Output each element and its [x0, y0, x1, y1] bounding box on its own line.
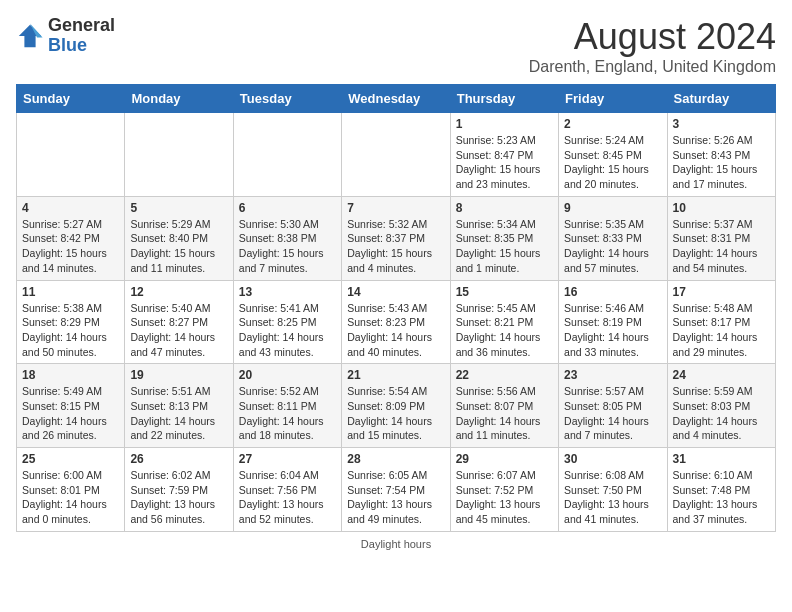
sunset-text: Sunset: 8:21 PM — [456, 316, 534, 328]
title-block: August 2024 Darenth, England, United Kin… — [529, 16, 776, 76]
daylight-label: Daylight hours — [361, 538, 431, 550]
calendar-table: SundayMondayTuesdayWednesdayThursdayFrid… — [16, 84, 776, 532]
day-info: Sunrise: 5:56 AM Sunset: 8:07 PM Dayligh… — [456, 384, 553, 443]
sunset-text: Sunset: 7:48 PM — [673, 484, 751, 496]
calendar-week-row: 4 Sunrise: 5:27 AM Sunset: 8:42 PM Dayli… — [17, 196, 776, 280]
sunset-text: Sunset: 8:31 PM — [673, 232, 751, 244]
calendar-cell: 23 Sunrise: 5:57 AM Sunset: 8:05 PM Dayl… — [559, 364, 667, 448]
daylight-text: Daylight: 14 hours and 36 minutes. — [456, 331, 541, 358]
sunrise-text: Sunrise: 6:10 AM — [673, 469, 753, 481]
location-subtitle: Darenth, England, United Kingdom — [529, 58, 776, 76]
sunrise-text: Sunrise: 5:27 AM — [22, 218, 102, 230]
sunrise-text: Sunrise: 5:51 AM — [130, 385, 210, 397]
day-info: Sunrise: 5:24 AM Sunset: 8:45 PM Dayligh… — [564, 133, 661, 192]
day-info: Sunrise: 5:49 AM Sunset: 8:15 PM Dayligh… — [22, 384, 119, 443]
daylight-text: Daylight: 14 hours and 47 minutes. — [130, 331, 215, 358]
calendar-week-row: 25 Sunrise: 6:00 AM Sunset: 8:01 PM Dayl… — [17, 448, 776, 532]
day-number: 5 — [130, 201, 227, 215]
day-number: 15 — [456, 285, 553, 299]
day-number: 24 — [673, 368, 770, 382]
month-year-title: August 2024 — [529, 16, 776, 58]
day-of-week-header: Monday — [125, 85, 233, 113]
sunset-text: Sunset: 8:01 PM — [22, 484, 100, 496]
sunset-text: Sunset: 8:27 PM — [130, 316, 208, 328]
sunset-text: Sunset: 8:37 PM — [347, 232, 425, 244]
calendar-cell: 27 Sunrise: 6:04 AM Sunset: 7:56 PM Dayl… — [233, 448, 341, 532]
calendar-cell: 15 Sunrise: 5:45 AM Sunset: 8:21 PM Dayl… — [450, 280, 558, 364]
sunset-text: Sunset: 7:54 PM — [347, 484, 425, 496]
sunrise-text: Sunrise: 5:23 AM — [456, 134, 536, 146]
sunset-text: Sunset: 7:56 PM — [239, 484, 317, 496]
day-number: 6 — [239, 201, 336, 215]
sunrise-text: Sunrise: 5:40 AM — [130, 302, 210, 314]
calendar-cell: 13 Sunrise: 5:41 AM Sunset: 8:25 PM Dayl… — [233, 280, 341, 364]
logo-blue: Blue — [48, 36, 115, 56]
daylight-text: Daylight: 15 hours and 7 minutes. — [239, 247, 324, 274]
sunset-text: Sunset: 8:23 PM — [347, 316, 425, 328]
sunset-text: Sunset: 8:40 PM — [130, 232, 208, 244]
daylight-text: Daylight: 13 hours and 41 minutes. — [564, 498, 649, 525]
day-number: 21 — [347, 368, 444, 382]
sunset-text: Sunset: 7:59 PM — [130, 484, 208, 496]
calendar-cell — [125, 113, 233, 197]
daylight-text: Daylight: 15 hours and 4 minutes. — [347, 247, 432, 274]
sunset-text: Sunset: 8:13 PM — [130, 400, 208, 412]
day-number: 2 — [564, 117, 661, 131]
sunrise-text: Sunrise: 5:43 AM — [347, 302, 427, 314]
sunrise-text: Sunrise: 5:35 AM — [564, 218, 644, 230]
day-number: 22 — [456, 368, 553, 382]
page-header: General Blue August 2024 Darenth, Englan… — [16, 16, 776, 76]
day-info: Sunrise: 5:54 AM Sunset: 8:09 PM Dayligh… — [347, 384, 444, 443]
sunset-text: Sunset: 8:43 PM — [673, 149, 751, 161]
daylight-text: Daylight: 14 hours and 40 minutes. — [347, 331, 432, 358]
day-number: 9 — [564, 201, 661, 215]
day-number: 31 — [673, 452, 770, 466]
day-info: Sunrise: 6:05 AM Sunset: 7:54 PM Dayligh… — [347, 468, 444, 527]
daylight-text: Daylight: 13 hours and 37 minutes. — [673, 498, 758, 525]
daylight-text: Daylight: 15 hours and 11 minutes. — [130, 247, 215, 274]
calendar-cell: 20 Sunrise: 5:52 AM Sunset: 8:11 PM Dayl… — [233, 364, 341, 448]
day-number: 3 — [673, 117, 770, 131]
day-info: Sunrise: 6:00 AM Sunset: 8:01 PM Dayligh… — [22, 468, 119, 527]
day-of-week-header: Sunday — [17, 85, 125, 113]
calendar-cell: 24 Sunrise: 5:59 AM Sunset: 8:03 PM Dayl… — [667, 364, 775, 448]
sunset-text: Sunset: 8:11 PM — [239, 400, 317, 412]
day-number: 26 — [130, 452, 227, 466]
calendar-cell: 1 Sunrise: 5:23 AM Sunset: 8:47 PM Dayli… — [450, 113, 558, 197]
sunset-text: Sunset: 8:09 PM — [347, 400, 425, 412]
day-info: Sunrise: 6:08 AM Sunset: 7:50 PM Dayligh… — [564, 468, 661, 527]
day-number: 4 — [22, 201, 119, 215]
day-info: Sunrise: 5:48 AM Sunset: 8:17 PM Dayligh… — [673, 301, 770, 360]
day-number: 17 — [673, 285, 770, 299]
sunset-text: Sunset: 8:33 PM — [564, 232, 642, 244]
day-number: 1 — [456, 117, 553, 131]
sunset-text: Sunset: 7:52 PM — [456, 484, 534, 496]
logo-general: General — [48, 16, 115, 36]
calendar-cell: 28 Sunrise: 6:05 AM Sunset: 7:54 PM Dayl… — [342, 448, 450, 532]
daylight-text: Daylight: 13 hours and 52 minutes. — [239, 498, 324, 525]
daylight-text: Daylight: 14 hours and 0 minutes. — [22, 498, 107, 525]
sunrise-text: Sunrise: 5:56 AM — [456, 385, 536, 397]
calendar-footer: Daylight hours — [16, 538, 776, 550]
logo: General Blue — [16, 16, 115, 56]
day-number: 28 — [347, 452, 444, 466]
daylight-text: Daylight: 14 hours and 22 minutes. — [130, 415, 215, 442]
sunset-text: Sunset: 7:50 PM — [564, 484, 642, 496]
day-info: Sunrise: 5:32 AM Sunset: 8:37 PM Dayligh… — [347, 217, 444, 276]
day-info: Sunrise: 6:02 AM Sunset: 7:59 PM Dayligh… — [130, 468, 227, 527]
calendar-cell: 10 Sunrise: 5:37 AM Sunset: 8:31 PM Dayl… — [667, 196, 775, 280]
calendar-cell: 9 Sunrise: 5:35 AM Sunset: 8:33 PM Dayli… — [559, 196, 667, 280]
calendar-cell: 21 Sunrise: 5:54 AM Sunset: 8:09 PM Dayl… — [342, 364, 450, 448]
day-info: Sunrise: 5:59 AM Sunset: 8:03 PM Dayligh… — [673, 384, 770, 443]
daylight-text: Daylight: 13 hours and 45 minutes. — [456, 498, 541, 525]
sunrise-text: Sunrise: 5:57 AM — [564, 385, 644, 397]
calendar-cell: 12 Sunrise: 5:40 AM Sunset: 8:27 PM Dayl… — [125, 280, 233, 364]
day-of-week-header: Tuesday — [233, 85, 341, 113]
day-info: Sunrise: 5:29 AM Sunset: 8:40 PM Dayligh… — [130, 217, 227, 276]
calendar-cell: 22 Sunrise: 5:56 AM Sunset: 8:07 PM Dayl… — [450, 364, 558, 448]
day-number: 14 — [347, 285, 444, 299]
sunset-text: Sunset: 8:17 PM — [673, 316, 751, 328]
sunrise-text: Sunrise: 5:24 AM — [564, 134, 644, 146]
calendar-cell — [342, 113, 450, 197]
sunrise-text: Sunrise: 6:05 AM — [347, 469, 427, 481]
